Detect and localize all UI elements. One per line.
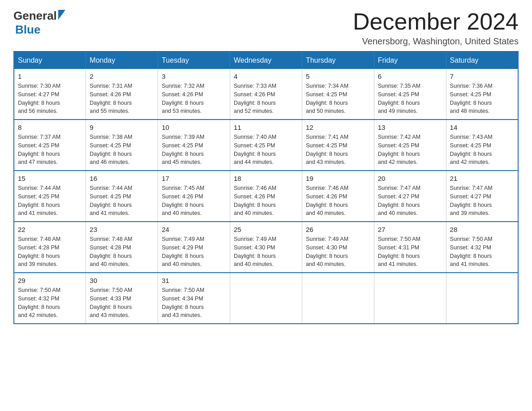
logo: General Blue	[13, 9, 65, 37]
calendar-week-row: 1 Sunrise: 7:30 AM Sunset: 4:27 PM Dayli…	[14, 69, 518, 120]
day-info: Sunrise: 7:36 AM Sunset: 4:25 PM Dayligh…	[450, 82, 514, 116]
day-info: Sunrise: 7:49 AM Sunset: 4:30 PM Dayligh…	[306, 235, 370, 269]
day-info: Sunrise: 7:34 AM Sunset: 4:25 PM Dayligh…	[306, 82, 370, 116]
calendar-cell: 4 Sunrise: 7:33 AM Sunset: 4:26 PM Dayli…	[230, 69, 302, 120]
calendar-cell: 5 Sunrise: 7:34 AM Sunset: 4:25 PM Dayli…	[302, 69, 374, 120]
day-info: Sunrise: 7:49 AM Sunset: 4:29 PM Dayligh…	[162, 235, 226, 269]
calendar-cell: 12 Sunrise: 7:41 AM Sunset: 4:25 PM Dayl…	[302, 120, 374, 171]
calendar-cell: 20 Sunrise: 7:47 AM Sunset: 4:27 PM Dayl…	[374, 171, 446, 222]
col-header-wednesday: Wednesday	[230, 51, 302, 69]
day-number: 10	[162, 124, 226, 131]
day-info: Sunrise: 7:38 AM Sunset: 4:25 PM Dayligh…	[90, 133, 154, 167]
day-info: Sunrise: 7:50 AM Sunset: 4:34 PM Dayligh…	[162, 286, 226, 320]
calendar-cell	[374, 273, 446, 324]
calendar-cell: 14 Sunrise: 7:43 AM Sunset: 4:25 PM Dayl…	[446, 120, 518, 171]
day-number: 31	[162, 277, 226, 284]
logo-triangle-icon	[58, 10, 65, 20]
day-number: 16	[90, 175, 154, 182]
day-number: 1	[18, 73, 82, 80]
calendar-cell: 19 Sunrise: 7:46 AM Sunset: 4:26 PM Dayl…	[302, 171, 374, 222]
day-number: 21	[450, 175, 514, 182]
day-info: Sunrise: 7:39 AM Sunset: 4:25 PM Dayligh…	[162, 133, 226, 167]
calendar-table: SundayMondayTuesdayWednesdayThursdayFrid…	[13, 51, 519, 324]
day-number: 29	[18, 277, 82, 284]
location-subtitle: Venersborg, Washington, United States	[353, 36, 519, 47]
day-number: 8	[18, 124, 82, 131]
day-info: Sunrise: 7:33 AM Sunset: 4:26 PM Dayligh…	[234, 82, 298, 116]
day-info: Sunrise: 7:49 AM Sunset: 4:30 PM Dayligh…	[234, 235, 298, 269]
day-number: 22	[18, 226, 82, 233]
calendar-cell: 11 Sunrise: 7:40 AM Sunset: 4:25 PM Dayl…	[230, 120, 302, 171]
calendar-cell: 7 Sunrise: 7:36 AM Sunset: 4:25 PM Dayli…	[446, 69, 518, 120]
calendar-cell: 31 Sunrise: 7:50 AM Sunset: 4:34 PM Dayl…	[158, 273, 230, 324]
calendar-cell	[230, 273, 302, 324]
day-info: Sunrise: 7:43 AM Sunset: 4:25 PM Dayligh…	[450, 133, 514, 167]
day-number: 20	[378, 175, 442, 182]
day-number: 26	[306, 226, 370, 233]
col-header-monday: Monday	[86, 51, 158, 69]
day-info: Sunrise: 7:46 AM Sunset: 4:26 PM Dayligh…	[234, 184, 298, 218]
day-number: 19	[306, 175, 370, 182]
day-number: 27	[378, 226, 442, 233]
day-number: 17	[162, 175, 226, 182]
day-info: Sunrise: 7:32 AM Sunset: 4:26 PM Dayligh…	[162, 82, 226, 116]
calendar-week-row: 22 Sunrise: 7:48 AM Sunset: 4:28 PM Dayl…	[14, 222, 518, 273]
day-number: 3	[162, 73, 226, 80]
calendar-cell: 9 Sunrise: 7:38 AM Sunset: 4:25 PM Dayli…	[86, 120, 158, 171]
calendar-cell	[302, 273, 374, 324]
calendar-cell: 27 Sunrise: 7:50 AM Sunset: 4:31 PM Dayl…	[374, 222, 446, 273]
calendar-cell: 26 Sunrise: 7:49 AM Sunset: 4:30 PM Dayl…	[302, 222, 374, 273]
day-info: Sunrise: 7:50 AM Sunset: 4:32 PM Dayligh…	[18, 286, 82, 320]
calendar-cell: 25 Sunrise: 7:49 AM Sunset: 4:30 PM Dayl…	[230, 222, 302, 273]
day-info: Sunrise: 7:50 AM Sunset: 4:31 PM Dayligh…	[378, 235, 442, 269]
calendar-cell: 13 Sunrise: 7:42 AM Sunset: 4:25 PM Dayl…	[374, 120, 446, 171]
day-info: Sunrise: 7:37 AM Sunset: 4:25 PM Dayligh…	[18, 133, 82, 167]
day-number: 18	[234, 175, 298, 182]
calendar-header-row: SundayMondayTuesdayWednesdayThursdayFrid…	[14, 51, 518, 69]
day-number: 28	[450, 226, 514, 233]
col-header-thursday: Thursday	[302, 51, 374, 69]
calendar-cell: 6 Sunrise: 7:35 AM Sunset: 4:25 PM Dayli…	[374, 69, 446, 120]
day-info: Sunrise: 7:50 AM Sunset: 4:32 PM Dayligh…	[450, 235, 514, 269]
day-number: 24	[162, 226, 226, 233]
day-number: 25	[234, 226, 298, 233]
calendar-cell	[446, 273, 518, 324]
day-number: 23	[90, 226, 154, 233]
calendar-cell: 8 Sunrise: 7:37 AM Sunset: 4:25 PM Dayli…	[14, 120, 86, 171]
calendar-cell: 18 Sunrise: 7:46 AM Sunset: 4:26 PM Dayl…	[230, 171, 302, 222]
month-title: December 2024	[353, 9, 519, 34]
calendar-cell: 24 Sunrise: 7:49 AM Sunset: 4:29 PM Dayl…	[158, 222, 230, 273]
day-info: Sunrise: 7:40 AM Sunset: 4:25 PM Dayligh…	[234, 133, 298, 167]
calendar-cell: 21 Sunrise: 7:47 AM Sunset: 4:27 PM Dayl…	[446, 171, 518, 222]
day-number: 11	[234, 124, 298, 131]
calendar-cell: 23 Sunrise: 7:48 AM Sunset: 4:28 PM Dayl…	[86, 222, 158, 273]
day-info: Sunrise: 7:35 AM Sunset: 4:25 PM Dayligh…	[378, 82, 442, 116]
day-info: Sunrise: 7:30 AM Sunset: 4:27 PM Dayligh…	[18, 82, 82, 116]
day-number: 14	[450, 124, 514, 131]
calendar-week-row: 29 Sunrise: 7:50 AM Sunset: 4:32 PM Dayl…	[14, 273, 518, 324]
calendar-cell: 30 Sunrise: 7:50 AM Sunset: 4:33 PM Dayl…	[86, 273, 158, 324]
day-info: Sunrise: 7:48 AM Sunset: 4:28 PM Dayligh…	[90, 235, 154, 269]
day-number: 12	[306, 124, 370, 131]
calendar-cell: 16 Sunrise: 7:44 AM Sunset: 4:25 PM Dayl…	[86, 171, 158, 222]
day-number: 7	[450, 73, 514, 80]
col-header-friday: Friday	[374, 51, 446, 69]
day-number: 2	[90, 73, 154, 80]
day-info: Sunrise: 7:48 AM Sunset: 4:28 PM Dayligh…	[18, 235, 82, 269]
logo-general-text: General	[13, 9, 57, 23]
day-info: Sunrise: 7:45 AM Sunset: 4:26 PM Dayligh…	[162, 184, 226, 218]
calendar-week-row: 15 Sunrise: 7:44 AM Sunset: 4:25 PM Dayl…	[14, 171, 518, 222]
day-number: 15	[18, 175, 82, 182]
day-info: Sunrise: 7:44 AM Sunset: 4:25 PM Dayligh…	[90, 184, 154, 218]
day-info: Sunrise: 7:41 AM Sunset: 4:25 PM Dayligh…	[306, 133, 370, 167]
day-number: 5	[306, 73, 370, 80]
day-info: Sunrise: 7:47 AM Sunset: 4:27 PM Dayligh…	[378, 184, 442, 218]
svg-marker-0	[58, 10, 65, 20]
calendar-cell: 29 Sunrise: 7:50 AM Sunset: 4:32 PM Dayl…	[14, 273, 86, 324]
calendar-cell: 17 Sunrise: 7:45 AM Sunset: 4:26 PM Dayl…	[158, 171, 230, 222]
calendar-week-row: 8 Sunrise: 7:37 AM Sunset: 4:25 PM Dayli…	[14, 120, 518, 171]
calendar-cell: 2 Sunrise: 7:31 AM Sunset: 4:26 PM Dayli…	[86, 69, 158, 120]
day-info: Sunrise: 7:50 AM Sunset: 4:33 PM Dayligh…	[90, 286, 154, 320]
calendar-cell: 10 Sunrise: 7:39 AM Sunset: 4:25 PM Dayl…	[158, 120, 230, 171]
title-section: December 2024 Venersborg, Washington, Un…	[353, 9, 519, 47]
